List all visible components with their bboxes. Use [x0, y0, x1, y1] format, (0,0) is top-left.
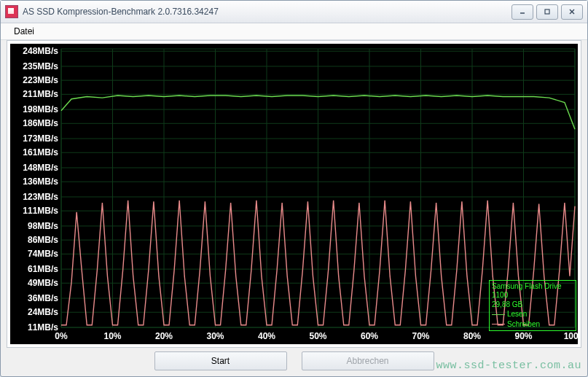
close-button[interactable] — [561, 4, 583, 20]
legend-swatch-write — [492, 324, 505, 324]
legend-label-read: Lesen — [507, 310, 527, 319]
svg-text:98MB/s: 98MB/s — [28, 221, 58, 231]
chart-panel: 11MB/s24MB/s36MB/s49MB/s61MB/s74MB/s86MB… — [7, 40, 581, 348]
svg-text:70%: 70% — [412, 331, 429, 341]
svg-text:211MB/s: 211MB/s — [23, 89, 58, 99]
svg-text:60%: 60% — [361, 331, 378, 341]
abort-button[interactable]: Abbrechen — [302, 351, 434, 370]
start-button[interactable]: Start — [154, 351, 287, 370]
minimize-button[interactable] — [511, 4, 533, 20]
svg-text:36MB/s: 36MB/s — [28, 293, 58, 303]
svg-text:186MB/s: 186MB/s — [23, 118, 58, 128]
menu-file[interactable]: Datei — [8, 25, 40, 38]
legend-device: Samsung Flash Drive 1100 — [492, 282, 573, 300]
svg-text:74MB/s: 74MB/s — [28, 249, 58, 259]
window-title: AS SSD Kompression-Benchmark 2.0.7316.34… — [23, 7, 219, 17]
svg-text:49MB/s: 49MB/s — [28, 278, 58, 288]
svg-text:24MB/s: 24MB/s — [28, 307, 58, 317]
svg-text:11MB/s: 11MB/s — [28, 322, 58, 333]
svg-text:80%: 80% — [463, 331, 481, 341]
legend-row-write: Schreiben — [492, 320, 573, 330]
app-window: AS SSD Kompression-Benchmark 2.0.7316.34… — [0, 0, 588, 377]
svg-text:123MB/s: 123MB/s — [23, 192, 58, 202]
svg-rect-1 — [545, 9, 549, 14]
svg-text:10%: 10% — [103, 331, 121, 341]
svg-text:198MB/s: 198MB/s — [23, 104, 58, 114]
svg-text:61MB/s: 61MB/s — [28, 264, 58, 274]
watermark: www.ssd-tester.com.au — [436, 359, 581, 372]
legend-capacity: 29,88 GB — [492, 300, 573, 310]
svg-text:161MB/s: 161MB/s — [23, 147, 58, 158]
svg-text:223MB/s: 223MB/s — [23, 75, 58, 85]
svg-text:248MB/s: 248MB/s — [23, 46, 58, 56]
window-controls — [511, 4, 583, 20]
legend: Samsung Flash Drive 1100 29,88 GB Lesen … — [489, 280, 576, 332]
maximize-button[interactable] — [536, 4, 558, 20]
svg-text:50%: 50% — [309, 331, 326, 341]
svg-text:30%: 30% — [206, 331, 224, 341]
menubar: Datei — [1, 23, 587, 40]
svg-text:0%: 0% — [55, 331, 68, 341]
legend-swatch-read — [492, 314, 505, 315]
svg-text:148MB/s: 148MB/s — [23, 163, 58, 173]
svg-text:111MB/s: 111MB/s — [23, 206, 58, 216]
svg-text:136MB/s: 136MB/s — [23, 176, 58, 187]
svg-text:86MB/s: 86MB/s — [28, 235, 58, 245]
svg-text:173MB/s: 173MB/s — [23, 133, 58, 144]
svg-text:20%: 20% — [155, 331, 173, 341]
svg-text:100%: 100% — [564, 331, 578, 341]
chart-area: 11MB/s24MB/s36MB/s49MB/s61MB/s74MB/s86MB… — [10, 44, 578, 344]
titlebar[interactable]: AS SSD Kompression-Benchmark 2.0.7316.34… — [1, 1, 587, 23]
svg-text:40%: 40% — [258, 331, 275, 341]
legend-row-read: Lesen — [492, 310, 573, 319]
svg-text:90%: 90% — [514, 331, 532, 341]
app-icon — [5, 5, 18, 18]
svg-text:235MB/s: 235MB/s — [23, 61, 58, 71]
legend-label-write: Schreiben — [507, 320, 540, 330]
